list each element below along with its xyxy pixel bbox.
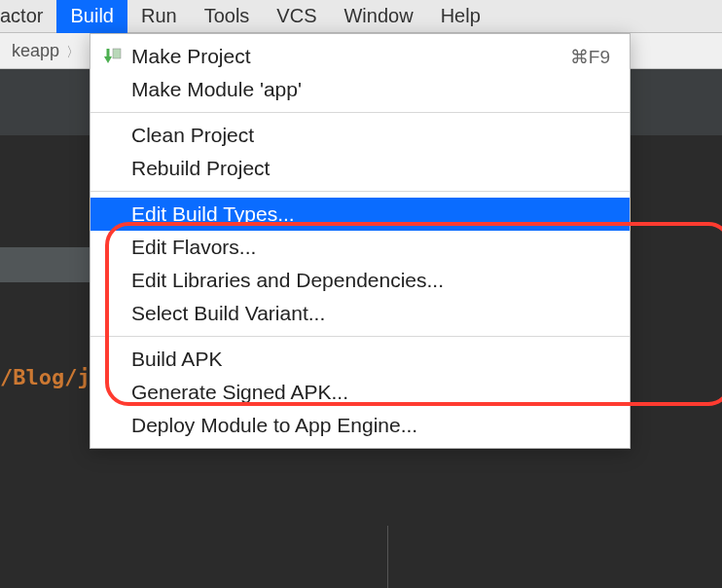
menubar-item-vcs[interactable]: VCS (263, 0, 330, 33)
menu-label: Build APK (131, 348, 610, 371)
menu-item-generate-signed-apk[interactable]: Generate Signed APK... (90, 376, 630, 409)
menu-item-deploy-module[interactable]: Deploy Module to App Engine... (90, 409, 630, 442)
build-menu-dropdown: Make Project ⌘F9 Make Module 'app' Clean… (90, 33, 631, 449)
menu-item-make-module[interactable]: Make Module 'app' (90, 73, 630, 106)
menu-item-build-apk[interactable]: Build APK (90, 343, 630, 376)
menu-item-edit-libraries[interactable]: Edit Libraries and Dependencies... (90, 264, 630, 297)
chevron-right-icon: 〉 (66, 44, 80, 59)
svg-marker-2 (104, 56, 112, 63)
menubar-item-window[interactable]: Window (330, 0, 426, 33)
menubar-item-help[interactable]: Help (427, 0, 494, 33)
menu-item-edit-build-types[interactable]: Edit Build Types... (90, 198, 630, 231)
menubar-item-tools[interactable]: Tools (191, 0, 264, 33)
menu-item-clean-project[interactable]: Clean Project (90, 119, 630, 152)
menu-label: Select Build Variant... (131, 302, 610, 325)
menu-item-edit-flavors[interactable]: Edit Flavors... (90, 231, 630, 264)
menu-label: Make Module 'app' (131, 78, 610, 101)
svg-rect-0 (113, 49, 121, 58)
menu-item-rebuild-project[interactable]: Rebuild Project (90, 152, 630, 185)
make-project-icon (102, 46, 124, 67)
menu-label: Edit Libraries and Dependencies... (131, 269, 610, 292)
menu-label: Deploy Module to App Engine... (131, 414, 610, 437)
menu-label: Rebuild Project (131, 157, 610, 180)
menu-label: Make Project (131, 45, 570, 68)
breadcrumb[interactable]: keapp 〉 (4, 37, 88, 65)
menu-separator (90, 191, 630, 192)
vertical-divider (387, 526, 388, 588)
menu-label: Edit Flavors... (131, 236, 610, 259)
menu-label: Edit Build Types... (131, 202, 610, 226)
menubar-item-refactor[interactable]: actor (0, 0, 56, 33)
menu-label: Generate Signed APK... (131, 381, 610, 404)
menubar: actor Build Run Tools VCS Window Help (0, 0, 722, 33)
menu-separator (90, 336, 630, 337)
menu-separator (90, 112, 630, 113)
menu-label: Clean Project (131, 124, 610, 147)
code-fragment: /Blog/j (0, 365, 90, 389)
menubar-item-build[interactable]: Build (56, 0, 126, 33)
menu-item-make-project[interactable]: Make Project ⌘F9 (90, 40, 630, 73)
menu-item-select-build-variant[interactable]: Select Build Variant... (90, 297, 630, 330)
editor-tab-strip (0, 247, 97, 282)
menu-shortcut: ⌘F9 (570, 46, 610, 68)
menubar-item-run[interactable]: Run (127, 0, 191, 33)
